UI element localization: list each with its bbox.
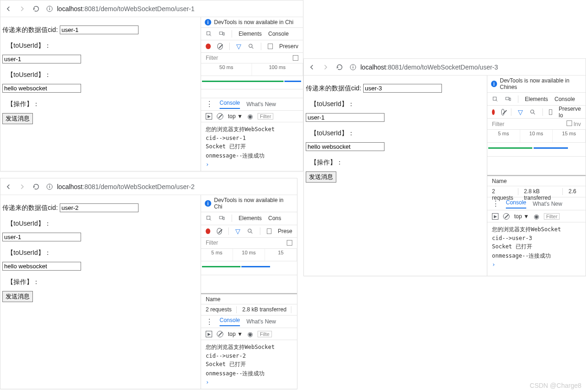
search-icon[interactable] xyxy=(248,43,254,50)
drawer-tab-whatsnew[interactable]: What's New xyxy=(533,201,562,207)
cid-input[interactable] xyxy=(363,84,442,93)
clear-console-icon[interactable] xyxy=(217,113,223,120)
tab-console[interactable]: Cons xyxy=(268,215,281,221)
drawer-menu-icon[interactable]: ⋮ xyxy=(492,199,499,208)
send-button[interactable]: 发送消息 xyxy=(306,171,336,183)
console-filter[interactable]: Filte xyxy=(258,331,272,337)
search-icon[interactable] xyxy=(247,228,253,234)
to-user-input-1[interactable] xyxy=(2,233,81,241)
forward-icon[interactable] xyxy=(18,5,26,13)
console-filter[interactable]: Filter xyxy=(258,113,273,120)
filter-icon[interactable]: ▽ xyxy=(235,228,240,235)
filter-icon[interactable]: ▽ xyxy=(518,108,523,116)
svg-rect-12 xyxy=(223,217,224,220)
eye-icon[interactable]: ◉ xyxy=(534,213,539,220)
eye-icon[interactable]: ◉ xyxy=(247,113,253,120)
record-icon[interactable] xyxy=(206,228,210,234)
svg-rect-11 xyxy=(220,216,223,219)
play-icon[interactable]: ▶ xyxy=(492,213,498,220)
clear-console-icon[interactable] xyxy=(503,213,510,220)
svg-rect-4 xyxy=(220,32,223,34)
url-path: :8081/demo/toWebSocketDemo/user-1 xyxy=(82,5,195,13)
svg-rect-15 xyxy=(353,66,353,68)
console-filter[interactable]: Filter xyxy=(544,213,560,220)
to-user-input-2[interactable] xyxy=(2,84,81,93)
url-bar[interactable]: localhost:8081/demo/toWebSocketDemo/user… xyxy=(46,5,195,13)
send-button[interactable]: 发送消息 xyxy=(2,113,33,124)
info-icon xyxy=(46,183,53,190)
url-path: :8081/demo/toWebSocketDemo/user-2 xyxy=(82,183,195,190)
to-user-label-1: 【toUserId】： xyxy=(7,42,198,50)
drawer-menu-icon[interactable]: ⋮ xyxy=(206,100,213,108)
search-icon[interactable] xyxy=(529,109,536,115)
filter-row: Filter xyxy=(201,238,297,249)
record-icon[interactable] xyxy=(206,44,211,49)
back-icon[interactable] xyxy=(4,183,13,191)
device-icon[interactable] xyxy=(219,215,225,221)
forward-icon[interactable] xyxy=(321,63,330,71)
drawer-tab-console[interactable]: Console xyxy=(220,317,240,326)
cid-input[interactable] xyxy=(60,203,139,212)
url-bar[interactable]: localhost:8081/demo/toWebSocketDemo/user… xyxy=(349,63,498,71)
timeline: 5 ms 10 ms 15 ms xyxy=(487,130,586,143)
context-selector[interactable]: top ▼ xyxy=(228,113,243,120)
preserve-checkbox[interactable] xyxy=(549,109,552,115)
record-icon[interactable] xyxy=(492,109,495,115)
preserve-checkbox[interactable] xyxy=(267,228,271,234)
inspect-icon[interactable] xyxy=(206,31,212,37)
console-prompt[interactable]: › xyxy=(206,161,298,168)
clear-console-icon[interactable] xyxy=(217,331,223,337)
tab-elements[interactable]: Elements xyxy=(525,96,548,102)
back-icon[interactable] xyxy=(308,63,316,71)
context-selector[interactable]: top ▼ xyxy=(514,213,529,220)
to-user-input-1[interactable] xyxy=(2,55,81,63)
svg-rect-2 xyxy=(49,7,50,7)
reload-icon[interactable] xyxy=(32,5,40,13)
drawer-tab-console[interactable]: Console xyxy=(506,199,526,209)
cid-input[interactable] xyxy=(60,25,139,34)
url-bar[interactable]: localhost:8081/demo/toWebSocketDemo/user… xyxy=(46,183,195,190)
play-icon[interactable]: ▶ xyxy=(206,113,212,120)
device-icon[interactable] xyxy=(505,96,511,102)
tab-console[interactable]: Console xyxy=(268,31,289,37)
tab-console[interactable]: Console xyxy=(554,96,575,102)
chart-strip xyxy=(487,143,586,157)
context-selector[interactable]: top ▼ xyxy=(228,331,243,337)
svg-rect-8 xyxy=(49,186,50,188)
drawer-menu-icon[interactable]: ⋮ xyxy=(206,317,213,326)
console-prompt[interactable]: › xyxy=(492,261,581,268)
inspect-icon[interactable] xyxy=(492,96,498,102)
inspect-icon[interactable] xyxy=(206,215,212,221)
drawer-tab-whatsnew[interactable]: What's New xyxy=(246,318,276,325)
drawer-tab-console[interactable]: Console xyxy=(220,100,240,109)
send-button[interactable]: 发送消息 xyxy=(2,291,33,302)
reload-icon[interactable] xyxy=(32,183,40,191)
console-toolbar: ▶ top ▼ ◉ Filter xyxy=(487,210,586,222)
clear-icon[interactable] xyxy=(501,109,505,115)
devtools-banner: iDevTools is now available in Chines xyxy=(487,76,586,93)
to-user-label-2: 【toUserId】： xyxy=(7,71,198,79)
drawer-tab-whatsnew[interactable]: What's New xyxy=(246,101,276,107)
svg-point-20 xyxy=(530,110,534,113)
to-user-input-2[interactable] xyxy=(306,142,384,151)
clear-icon[interactable] xyxy=(217,228,222,234)
filter-icon[interactable]: ▽ xyxy=(236,43,241,50)
console-prompt[interactable]: › xyxy=(206,379,292,386)
devtools: iDevTools is now available in Chi Elemen… xyxy=(201,17,303,171)
reload-icon[interactable] xyxy=(335,63,344,71)
network-toolbar: ▽ Preserv xyxy=(201,40,303,53)
browser-window-2: localhost:8081/demo/toWebSocketDemo/user… xyxy=(0,178,297,389)
page-content: 传递来的数据值cid: 【toUserId】： 【toUserId】： 【操作】… xyxy=(0,17,201,171)
to-user-label-2: 【toUserId】： xyxy=(7,249,198,257)
to-user-input-1[interactable] xyxy=(306,113,384,122)
tab-elements[interactable]: Elements xyxy=(239,215,262,221)
eye-icon[interactable]: ◉ xyxy=(247,330,253,338)
to-user-input-2[interactable] xyxy=(2,262,81,271)
forward-icon[interactable] xyxy=(18,183,26,191)
tab-elements[interactable]: Elements xyxy=(239,31,262,37)
clear-icon[interactable] xyxy=(217,43,223,50)
back-icon[interactable] xyxy=(4,5,13,13)
play-icon[interactable]: ▶ xyxy=(206,331,212,337)
device-icon[interactable] xyxy=(219,31,225,37)
preserve-checkbox[interactable] xyxy=(268,44,273,49)
